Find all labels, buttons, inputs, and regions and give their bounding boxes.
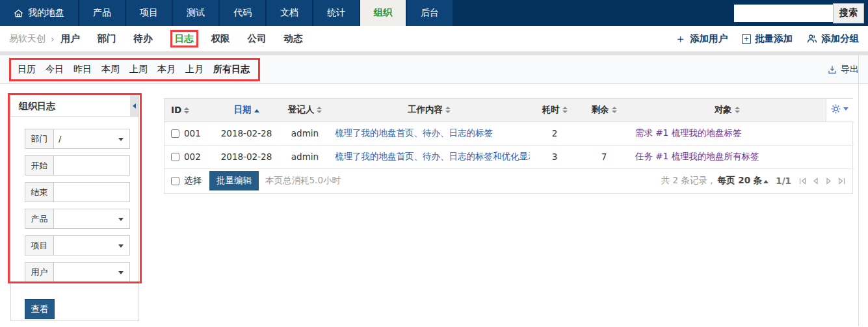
column-header-content[interactable]: 工作内容 [328,99,530,122]
sort-icon [735,107,740,113]
column-header-hours[interactable]: 耗时 [530,99,579,122]
batch-add-icon: + [742,34,751,44]
sort-asc-icon [254,109,259,112]
menu-item-log[interactable]: 日志 [170,30,198,47]
log-object-link[interactable]: 任务 #1 梳理我的地盘所有标签 [635,151,759,161]
filter-this-week[interactable]: 本周 [101,64,120,75]
record-count: 共 2 条记录 , [661,175,713,187]
breadcrumb[interactable]: 易软天创 [9,33,46,45]
end-date-input[interactable] [54,183,129,202]
batch-edit-button[interactable]: 批量编辑 [209,171,259,190]
select-all-checkbox[interactable] [171,177,179,185]
nav-tab-product[interactable]: 产品 [79,0,125,26]
content-right-border [858,55,859,326]
table-header-row: ID 日期 登记人 工作内容 耗时 剩余 对象 [164,99,854,122]
nav-tab-organization[interactable]: 组织 [360,0,406,26]
prev-page-button[interactable] [811,177,820,185]
search-input[interactable] [734,5,833,22]
caret-up-icon [763,180,769,183]
filter-last-week[interactable]: 上周 [129,64,148,75]
filter-calendar[interactable]: 日历 [18,64,36,75]
column-header-object[interactable]: 对象 [629,99,826,122]
per-page-selector[interactable]: 每页 20 条 [718,175,769,187]
menu-item-company[interactable]: 公司 [248,33,267,45]
home-icon [14,8,23,18]
column-header-user[interactable]: 登记人 [282,99,328,122]
log-table: ID 日期 登记人 工作内容 耗时 剩余 对象 [164,99,854,169]
last-page-button[interactable] [837,177,846,185]
user-select[interactable] [54,263,129,281]
chevron-down-icon [843,107,848,111]
log-object-link[interactable]: 需求 #1 梳理我的地盘标签 [635,127,741,138]
view-button[interactable]: 查看 [25,299,55,319]
log-content-link[interactable]: 梳理了我的地盘首页、待办、日志的标签和优化显示 [335,151,530,161]
menu-item-departments[interactable]: 部门 [98,33,116,45]
menu-item-todo[interactable]: 待办 [134,33,153,45]
menubar-actions: ＋ 添加用户 + 批量添加 添加分组 [675,33,859,45]
top-navbar: 我的地盘 产品 项目 测试 代码 文档 统计 组织 后台 搜索 [0,0,868,26]
nav-tab-doc[interactable]: 文档 [267,0,312,26]
table-settings-button[interactable] [831,104,848,114]
nav-tab-my-zone[interactable]: 我的地盘 [0,0,78,26]
table-row: 001 2018-02-28 admin 梳理了我的地盘首页、待办、日志的标签 … [164,122,854,145]
select-all-control: 选择 [171,175,202,187]
filter-last-month[interactable]: 上月 [185,64,204,75]
row-checkbox[interactable] [171,153,179,161]
nav-tab-project[interactable]: 项目 [126,0,172,26]
add-group-button[interactable]: 添加分组 [807,33,859,45]
filter-all-logs[interactable]: 所有日志 [213,64,250,75]
navbar-search: 搜索 [734,0,868,26]
log-user: admin [282,145,328,168]
first-page-button[interactable] [798,177,807,185]
column-header-left[interactable]: 剩余 [579,99,629,122]
field-department: 部门 / [25,129,130,149]
start-date-input[interactable] [54,156,129,175]
log-left: 7 [579,145,629,168]
sidebar-collapse-handle[interactable] [130,96,138,116]
filter-this-month[interactable]: 本月 [157,64,176,75]
menu-item-dynamics[interactable]: 动态 [284,33,303,45]
log-table-container: ID 日期 登记人 工作内容 耗时 剩余 对象 [164,98,853,194]
page-indicator: 1/1 [776,176,791,186]
department-select[interactable]: / [54,129,129,148]
export-button[interactable]: 导出 [828,64,859,75]
column-settings[interactable] [826,99,854,122]
select-all-label: 选择 [184,175,202,187]
sidebar-log-filter-panel: 组织日志 部门 / 开始 结束 产品 [10,95,139,321]
log-content-link[interactable]: 梳理了我的地盘首页、待办、日志的标签 [335,127,493,138]
project-select[interactable] [54,236,129,255]
field-end-date: 结束 [25,182,130,202]
sort-icon [317,107,322,113]
column-header-id[interactable]: ID [164,99,211,122]
log-id: 001 [184,128,201,138]
log-left [579,122,629,145]
export-icon [828,65,837,74]
batch-add-button[interactable]: + 批量添加 [742,33,793,45]
product-select[interactable] [54,209,129,228]
nav-tab-code[interactable]: 代码 [220,0,265,26]
nav-tab-test[interactable]: 测试 [173,0,218,26]
nav-tab-admin[interactable]: 后台 [407,0,453,26]
column-header-date[interactable]: 日期 [211,99,282,122]
search-button[interactable]: 搜索 [833,3,864,23]
field-product: 产品 [25,209,130,229]
filter-today[interactable]: 今日 [46,64,64,75]
filter-yesterday[interactable]: 昨日 [73,64,92,75]
sort-icon [612,107,617,113]
plus-icon: ＋ [675,33,686,44]
toolbar: 日历 今日 昨日 本周 上周 本月 上月 所有日志 导出 [0,55,868,84]
field-user: 用户 [25,262,130,282]
content-area: 组织日志 部门 / 开始 结束 产品 [0,84,868,326]
sidebar-form: 部门 / 开始 结束 产品 项目 [11,117,138,319]
row-checkbox[interactable] [171,129,179,138]
page-total-hours: 本页总消耗5.0小时 [265,175,341,187]
menu-item-users[interactable]: 用户 [61,33,80,45]
add-user-button[interactable]: ＋ 添加用户 [675,33,728,45]
log-date: 2018-02-28 [211,145,282,168]
log-hours: 2 [530,122,579,145]
log-hours: 3 [530,145,579,168]
log-id: 002 [184,151,201,162]
next-page-button[interactable] [824,177,833,185]
nav-tab-stats[interactable]: 统计 [313,0,359,26]
menu-item-privileges[interactable]: 权限 [211,33,230,45]
